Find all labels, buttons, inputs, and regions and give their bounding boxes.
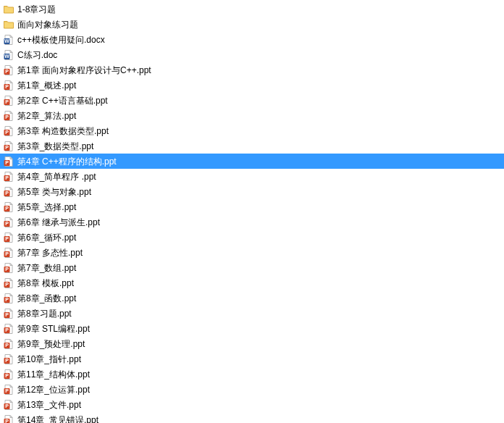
svg-text:W: W: [4, 54, 9, 59]
file-row[interactable]: P第6章_循环.ppt: [0, 230, 504, 245]
file-name-label: 第3章_数据类型.ppt: [17, 141, 93, 152]
file-row[interactable]: P第14章_常见错误.ppt: [0, 412, 504, 423]
file-row[interactable]: P第6章 继承与派生.ppt: [0, 214, 504, 230]
svg-text:P: P: [5, 69, 9, 74]
file-name-label: 第5章_选择.ppt: [17, 201, 76, 213]
file-name-label: 第10章_指针.ppt: [17, 353, 81, 365]
svg-text:P: P: [5, 221, 9, 226]
file-row[interactable]: P第7章_数组.ppt: [0, 260, 504, 275]
svg-text:P: P: [5, 282, 9, 287]
svg-text:P: P: [5, 403, 9, 409]
file-row[interactable]: P第11章_结构体.ppt: [0, 367, 504, 382]
svg-text:P: P: [5, 419, 9, 424]
file-row[interactable]: P第9章_预处理.ppt: [0, 336, 504, 351]
file-row[interactable]: P第1章 面向对象程序设计与C++.ppt: [0, 62, 504, 78]
powerpoint-document-icon: P: [3, 353, 14, 365]
svg-text:P: P: [5, 130, 9, 135]
svg-text:P: P: [5, 84, 9, 89]
powerpoint-document-icon: P: [3, 262, 14, 274]
file-row[interactable]: P第12章_位运算.ppt: [0, 382, 504, 397]
file-name-label: C练习.doc: [17, 49, 57, 61]
svg-text:P: P: [5, 327, 9, 332]
file-row[interactable]: P第2章 C++语言基础.ppt: [0, 93, 504, 108]
powerpoint-document-icon: P: [3, 125, 14, 137]
svg-text:W: W: [4, 38, 9, 43]
file-row[interactable]: P第3章_数据类型.ppt: [0, 138, 504, 154]
powerpoint-document-icon: P: [3, 95, 14, 106]
file-row[interactable]: P第8章_函数.ppt: [0, 290, 504, 306]
powerpoint-document-icon: P: [3, 141, 14, 152]
powerpoint-document-icon: P: [3, 384, 14, 395]
powerpoint-document-icon: P: [3, 156, 14, 167]
svg-text:P: P: [5, 145, 9, 150]
file-name-label: 第9章_预处理.ppt: [17, 338, 85, 350]
file-name-label: 第7章_数组.ppt: [17, 262, 76, 274]
powerpoint-document-icon: P: [3, 369, 14, 380]
file-name-label: 第13章_文件.ppt: [17, 399, 81, 411]
powerpoint-document-icon: P: [3, 110, 14, 122]
file-row[interactable]: P第9章 STL编程.ppt: [0, 321, 504, 336]
file-row[interactable]: P第8章 模板.ppt: [0, 275, 504, 290]
powerpoint-document-icon: P: [3, 80, 14, 91]
folder-icon: [3, 4, 14, 15]
svg-text:P: P: [5, 175, 9, 180]
powerpoint-document-icon: P: [3, 201, 14, 213]
file-name-label: 第5章 类与对象.ppt: [17, 186, 91, 198]
file-name-label: 第2章_算法.ppt: [17, 110, 76, 122]
svg-text:P: P: [5, 267, 9, 272]
powerpoint-document-icon: P: [3, 64, 14, 76]
powerpoint-document-icon: P: [3, 399, 14, 411]
svg-text:P: P: [5, 358, 9, 363]
file-row[interactable]: P第3章 构造数据类型.ppt: [0, 123, 504, 138]
svg-text:P: P: [5, 312, 9, 317]
svg-text:P: P: [5, 297, 9, 302]
file-row[interactable]: P第8章习题.ppt: [0, 306, 504, 321]
powerpoint-document-icon: P: [3, 186, 14, 198]
powerpoint-document-icon: P: [3, 171, 14, 183]
file-row[interactable]: 1-8章习题: [0, 1, 504, 17]
file-name-label: 第8章习题.ppt: [17, 308, 72, 319]
word-document-icon: W: [3, 49, 14, 61]
file-row[interactable]: P第1章_概述.ppt: [0, 78, 504, 93]
file-row[interactable]: P第7章 多态性.ppt: [0, 245, 504, 260]
file-name-label: 第1章_概述.ppt: [17, 80, 76, 91]
file-name-label: 第6章 继承与派生.ppt: [17, 217, 100, 228]
file-name-label: 第2章 C++语言基础.ppt: [17, 95, 108, 106]
file-row[interactable]: P第5章 类与对象.ppt: [0, 184, 504, 199]
svg-text:P: P: [5, 190, 9, 196]
svg-text:P: P: [5, 236, 9, 241]
svg-text:P: P: [5, 99, 9, 104]
powerpoint-document-icon: P: [3, 277, 14, 289]
file-row[interactable]: P第5章_选择.ppt: [0, 199, 504, 214]
file-row[interactable]: P第4章_简单程序 .ppt: [0, 169, 504, 184]
powerpoint-document-icon: P: [3, 293, 14, 304]
powerpoint-document-icon: P: [3, 414, 14, 424]
svg-text:P: P: [5, 373, 9, 378]
file-row[interactable]: P第13章_文件.ppt: [0, 397, 504, 412]
file-name-label: 第4章 C++程序的结构.ppt: [17, 156, 117, 167]
svg-text:P: P: [5, 388, 9, 393]
file-row[interactable]: P第2章_算法.ppt: [0, 108, 504, 123]
file-row[interactable]: P第10章_指针.ppt: [0, 351, 504, 367]
word-document-icon: W: [3, 34, 14, 46]
powerpoint-document-icon: P: [3, 308, 14, 319]
file-name-label: 第4章_简单程序 .ppt: [17, 171, 96, 183]
folder-icon: [3, 19, 14, 30]
file-row[interactable]: Wc++模板使用疑问.docx: [0, 32, 504, 47]
powerpoint-document-icon: P: [3, 217, 14, 228]
file-name-label: 第8章_函数.ppt: [17, 293, 76, 304]
file-name-label: 第3章 构造数据类型.ppt: [17, 125, 109, 137]
file-name-label: 面向对象练习题: [17, 19, 78, 30]
file-name-label: 第14章_常见错误.ppt: [17, 414, 98, 424]
svg-text:P: P: [5, 160, 9, 165]
file-row[interactable]: WC练习.doc: [0, 47, 504, 62]
file-name-label: 第8章 模板.ppt: [17, 277, 74, 289]
file-name-label: 第11章_结构体.ppt: [17, 369, 90, 380]
file-row[interactable]: 面向对象练习题: [0, 17, 504, 32]
file-row[interactable]: P第4章 C++程序的结构.ppt: [0, 154, 504, 169]
svg-text:P: P: [5, 206, 9, 211]
powerpoint-document-icon: P: [3, 247, 14, 259]
powerpoint-document-icon: P: [3, 232, 14, 243]
file-list: 1-8章习题面向对象练习题Wc++模板使用疑问.docxWC练习.docP第1章…: [0, 0, 504, 423]
svg-text:P: P: [5, 251, 9, 256]
